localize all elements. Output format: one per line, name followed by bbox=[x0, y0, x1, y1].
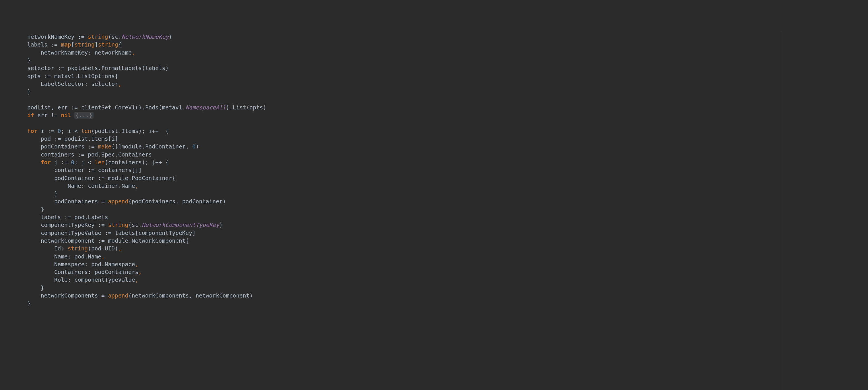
code-line: networkNameKey: networkName, bbox=[14, 49, 135, 56]
code-line: Name: pod.Name, bbox=[14, 253, 105, 260]
code-line: networkComponent := module.NetworkCompon… bbox=[14, 238, 189, 244]
code-line: } bbox=[14, 300, 31, 307]
code-line: networkNameKey := string(sc.NetworkNameK… bbox=[14, 34, 172, 40]
fold-marker[interactable]: {...} bbox=[74, 112, 94, 119]
code-line: podContainer := module.PodContainer{ bbox=[14, 175, 176, 182]
code-line: Name: container.Name, bbox=[14, 183, 138, 189]
code-line: container := containers[j] bbox=[14, 167, 142, 173]
code-line: labels := map[string]string{ bbox=[14, 41, 122, 48]
code-editor[interactable]: networkNameKey := string(sc.NetworkNameK… bbox=[0, 31, 868, 390]
gutter bbox=[0, 31, 3, 390]
code-line: for i := 0; i < len(podList.Items); i++ … bbox=[14, 128, 169, 134]
code-line: for j := 0; j < len(containers); j++ { bbox=[14, 159, 169, 166]
code-line: podList, err := clientSet.CoreV1().Pods(… bbox=[14, 104, 267, 111]
code-line: Id: string(pod.UID), bbox=[14, 245, 122, 252]
code-line: LabelSelector: selector, bbox=[14, 81, 122, 87]
code-line: if err != nil {...} bbox=[14, 112, 94, 119]
code-line: Containers: podContainers, bbox=[14, 269, 142, 275]
code-line: podContainers := make([]module.PodContai… bbox=[14, 143, 199, 150]
code-line: containers := pod.Spec.Containers bbox=[14, 151, 152, 158]
code-line: componentTypeKey := string(sc.NetworkCom… bbox=[14, 222, 223, 228]
code-line: } bbox=[14, 88, 31, 95]
code-line: opts := metav1.ListOptions{ bbox=[14, 73, 118, 80]
code-line: Role: componentTypeValue, bbox=[14, 277, 138, 283]
code-line: } bbox=[14, 190, 58, 197]
code-line: selector := pkglabels.FormatLabels(label… bbox=[14, 65, 169, 72]
code-line: pod := podList.Items[i] bbox=[14, 136, 118, 142]
code-line: Namespace: pod.Namespace, bbox=[14, 261, 138, 268]
code-line: } bbox=[14, 206, 44, 213]
right-margin-divider bbox=[782, 31, 782, 390]
code-line: componentTypeValue := labels[componentTy… bbox=[14, 230, 196, 236]
code-line: podContainers = append(podContainers, po… bbox=[14, 198, 226, 205]
code-line: networkComponents = append(networkCompon… bbox=[14, 292, 253, 299]
code-line: } bbox=[14, 285, 44, 291]
code-area[interactable]: networkNameKey := string(sc.NetworkNameK… bbox=[3, 31, 868, 390]
code-line: labels := pod.Labels bbox=[14, 214, 108, 221]
code-line: } bbox=[14, 57, 31, 64]
